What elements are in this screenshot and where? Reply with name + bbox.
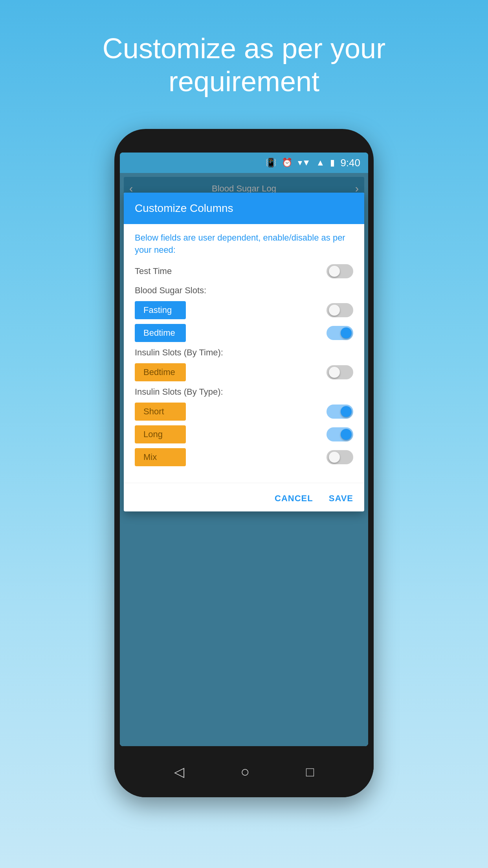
phone-home-bar: [114, 746, 374, 797]
status-time: 9:40: [340, 157, 360, 169]
fasting-toggle[interactable]: [327, 303, 353, 317]
test-time-toggle[interactable]: [327, 264, 353, 278]
bedtime-blood-sugar-tag: Bedtime: [135, 324, 186, 342]
mix-toggle[interactable]: [327, 450, 353, 464]
mix-slot-row: Mix: [135, 448, 353, 466]
short-tag: Short: [135, 403, 186, 421]
recent-button[interactable]: [306, 764, 314, 780]
headline: Customize as per your requirement: [103, 31, 385, 97]
bedtime-blood-sugar-toggle-thumb: [341, 327, 352, 338]
bedtime-insulin-slot-row: Bedtime: [135, 363, 353, 381]
mix-toggle-thumb: [329, 452, 340, 463]
save-button[interactable]: SAVE: [329, 493, 353, 504]
home-button[interactable]: [240, 763, 250, 780]
vibrate-icon: 📳: [266, 158, 276, 168]
fasting-slot-row: Fasting: [135, 301, 353, 319]
long-toggle[interactable]: [327, 427, 353, 441]
mix-tag: Mix: [135, 448, 186, 466]
alarm-icon: ⏰: [282, 158, 292, 168]
test-time-label: Test Time: [135, 266, 172, 276]
bedtime-blood-sugar-toggle[interactable]: [327, 326, 353, 340]
headline-line1: Customize as per your: [103, 31, 385, 65]
short-slot-row: Short: [135, 403, 353, 421]
blood-sugar-section-label: Blood Sugar Slots:: [135, 285, 353, 296]
dialog-body: Below fields are user dependent, enable/…: [124, 224, 364, 479]
bedtime-blood-sugar-slot-row: Bedtime: [135, 324, 353, 342]
phone-device: 📳 ⏰ ▾▼ ▲ ▮ 9:40 ‹ Blood Sugar Log › Bl p: [114, 129, 374, 797]
signal-icon: ▲: [316, 158, 325, 168]
headline-line2: requirement: [169, 65, 319, 97]
status-bar: 📳 ⏰ ▾▼ ▲ ▮ 9:40: [120, 153, 368, 173]
wifi-icon: ▾▼: [298, 158, 311, 168]
long-slot-row: Long: [135, 425, 353, 443]
short-toggle[interactable]: [327, 405, 353, 419]
test-time-row: Test Time: [135, 264, 353, 278]
battery-icon: ▮: [330, 158, 335, 168]
phone-screen: 📳 ⏰ ▾▼ ▲ ▮ 9:40 ‹ Blood Sugar Log › Bl p: [120, 153, 368, 746]
bedtime-insulin-tag: Bedtime: [135, 363, 186, 381]
insulin-by-time-label: Insulin Slots (By Time):: [135, 348, 353, 358]
customize-columns-dialog: Customize Columns Below fields are user …: [124, 193, 364, 511]
app-background: ‹ Blood Sugar Log › Bl p B L D B Ins M A: [120, 173, 368, 746]
long-toggle-thumb: [341, 429, 352, 440]
insulin-by-type-label: Insulin Slots (By Type):: [135, 387, 353, 397]
dialog-title: Customize Columns: [135, 202, 233, 214]
dialog-header: Customize Columns: [124, 193, 364, 224]
dialog-footer: CANCEL SAVE: [124, 487, 364, 511]
back-button[interactable]: [174, 764, 184, 780]
short-toggle-thumb: [341, 406, 352, 417]
cancel-button[interactable]: CANCEL: [275, 493, 313, 504]
bedtime-insulin-toggle-thumb: [329, 367, 340, 378]
fasting-tag: Fasting: [135, 301, 186, 319]
bedtime-insulin-toggle[interactable]: [327, 365, 353, 379]
dialog-subtitle: Below fields are user dependent, enable/…: [135, 232, 353, 256]
long-tag: Long: [135, 425, 186, 443]
dialog-divider: [124, 483, 364, 483]
test-time-toggle-thumb: [329, 266, 340, 277]
fasting-toggle-thumb: [329, 305, 340, 316]
